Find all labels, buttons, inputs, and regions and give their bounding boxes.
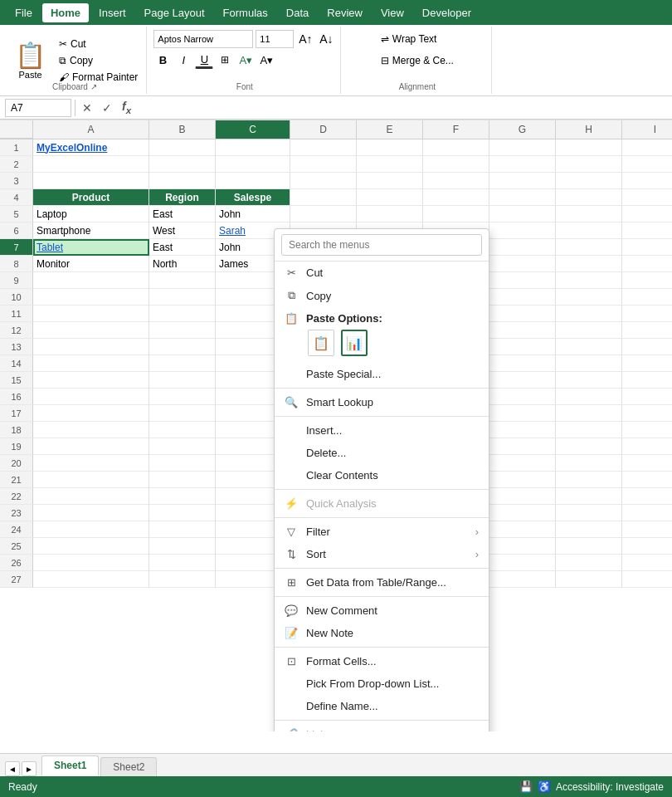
cell-F2[interactable] [423,156,489,173]
context-menu-filter[interactable]: ▽ Filter › [275,521,489,543]
cell-I1[interactable] [622,139,672,156]
cancel-formula-button[interactable]: ✕ [79,100,95,116]
cell-I8[interactable] [622,256,672,272]
col-header-E[interactable]: E [357,120,423,139]
cell-reference-input[interactable] [5,99,71,117]
context-menu-paste-special[interactable]: Paste Special... [275,363,489,385]
cell-G15[interactable] [489,372,556,389]
context-menu-search-input[interactable] [281,234,482,256]
cell-H11[interactable] [556,306,622,322]
cell-F4[interactable] [423,189,489,206]
cell-G26[interactable] [489,555,556,571]
cut-button[interactable]: ✂ Cut [56,37,141,51]
row-header-25[interactable]: 25 [0,538,33,555]
cell-I25[interactable] [622,538,672,555]
context-menu-define-name[interactable]: Define Name... [275,695,489,717]
menu-data[interactable]: Data [278,3,317,22]
cell-G2[interactable] [489,156,556,173]
cell-H25[interactable] [556,538,622,555]
cell-D1[interactable] [290,139,357,156]
cell-H27[interactable] [556,571,622,588]
menu-insert[interactable]: Insert [90,3,134,22]
cell-G20[interactable] [489,455,556,472]
cell-I2[interactable] [622,156,672,173]
cell-H1[interactable] [556,139,622,156]
row-header-19[interactable]: 19 [0,438,33,455]
cell-G4[interactable] [489,189,556,206]
cell-I16[interactable] [622,389,672,405]
cell-A17[interactable] [33,405,149,422]
cell-B9[interactable] [149,272,216,289]
cell-B5[interactable]: East [149,206,216,222]
cell-G19[interactable] [489,438,556,455]
cell-B14[interactable] [149,355,216,372]
font-name-input[interactable] [153,30,253,48]
row-header-13[interactable]: 13 [0,339,33,355]
cell-B23[interactable] [149,505,216,521]
cell-B15[interactable] [149,372,216,389]
cell-G1[interactable] [489,139,556,156]
cell-H16[interactable] [556,389,622,405]
context-menu-sort[interactable]: ⇅ Sort › [275,543,489,565]
context-menu-new-note[interactable]: 📝 New Note [275,622,489,644]
cell-C4[interactable]: Salespe [216,189,290,206]
row-header-6[interactable]: 6 [0,222,33,239]
menu-page-layout[interactable]: Page Layout [136,3,213,22]
menu-file[interactable]: File [7,3,41,22]
cell-A23[interactable] [33,505,149,521]
row-header-27[interactable]: 27 [0,571,33,588]
cell-B12[interactable] [149,322,216,339]
cell-A21[interactable] [33,472,149,488]
cell-I11[interactable] [622,306,672,322]
cell-H9[interactable] [556,272,622,289]
cell-I9[interactable] [622,272,672,289]
cell-A4[interactable]: Product [33,189,149,206]
row-header-5[interactable]: 5 [0,206,33,222]
cell-A5[interactable]: Laptop [33,206,149,222]
cell-B1[interactable] [149,139,216,156]
col-header-G[interactable]: G [489,120,556,139]
cell-I26[interactable] [622,555,672,571]
context-menu-clear-contents[interactable]: Clear Contents [275,464,489,487]
cell-I10[interactable] [622,289,672,306]
fill-color-button[interactable]: A▾ [236,51,255,69]
cell-H20[interactable] [556,455,622,472]
cell-G11[interactable] [489,306,556,322]
cell-A16[interactable] [33,389,149,405]
cell-B27[interactable] [149,571,216,588]
cell-H22[interactable] [556,488,622,505]
cell-I17[interactable] [622,405,672,422]
cell-G27[interactable] [489,571,556,588]
cell-A19[interactable] [33,438,149,455]
cell-B20[interactable] [149,455,216,472]
cell-H3[interactable] [556,173,622,189]
cell-I7[interactable] [622,239,672,256]
cell-A18[interactable] [33,422,149,438]
menu-formulas[interactable]: Formulas [215,3,276,22]
row-header-22[interactable]: 22 [0,488,33,505]
cell-H5[interactable] [556,206,622,222]
row-header-1[interactable]: 1 [0,139,33,156]
row-header-23[interactable]: 23 [0,505,33,521]
underline-button[interactable]: U [195,51,213,69]
cell-G3[interactable] [489,173,556,189]
cell-H13[interactable] [556,339,622,355]
cell-G10[interactable] [489,289,556,306]
row-header-11[interactable]: 11 [0,306,33,322]
cell-G9[interactable] [489,272,556,289]
copy-button[interactable]: ⧉ Copy [56,53,141,68]
cell-B8[interactable]: North [149,256,216,272]
cell-A14[interactable] [33,355,149,372]
context-menu-format-cells[interactable]: ⊡ Format Cells... [275,650,489,672]
menu-review[interactable]: Review [319,3,371,22]
context-menu-delete[interactable]: Delete... [275,442,489,464]
cell-G7[interactable] [489,239,556,256]
cell-A10[interactable] [33,289,149,306]
cell-I20[interactable] [622,455,672,472]
col-header-F[interactable]: F [423,120,489,139]
cell-B24[interactable] [149,521,216,538]
cell-D3[interactable] [290,173,357,189]
row-header-20[interactable]: 20 [0,455,33,472]
menu-developer[interactable]: Developer [414,3,480,22]
cell-A8[interactable]: Monitor [33,256,149,272]
